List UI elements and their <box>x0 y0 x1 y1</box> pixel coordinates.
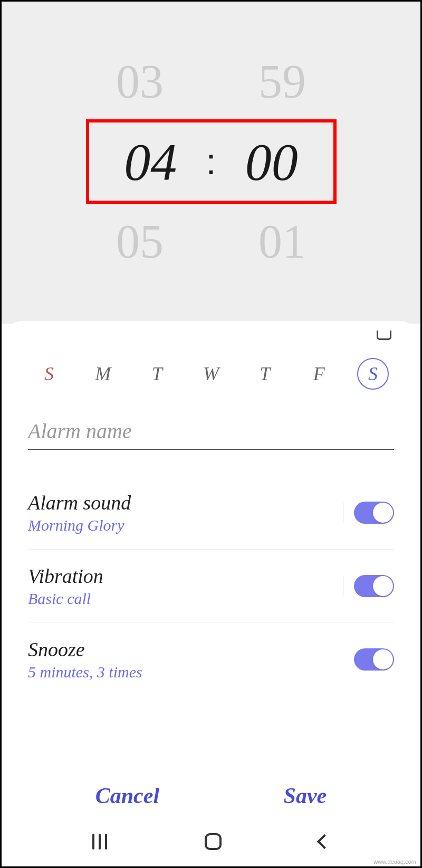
time-selected-highlight: 04 : 00 <box>86 119 337 204</box>
alarm-sound-row[interactable]: Alarm sound Morning Glory <box>28 476 394 550</box>
vibration-text: Vibration Basic call <box>28 564 103 608</box>
selected-minute[interactable]: 00 <box>232 131 311 192</box>
watermark: www.deuaq.com <box>373 858 416 865</box>
next-minute[interactable]: 01 <box>245 214 319 269</box>
day-thursday[interactable]: T <box>249 358 281 390</box>
prev-minute[interactable]: 59 <box>245 54 319 109</box>
time-prev-row[interactable]: 03 59 <box>2 54 420 109</box>
nav-home-icon[interactable] <box>205 833 222 850</box>
next-hour[interactable]: 05 <box>103 214 177 269</box>
navigation-bar <box>2 816 420 866</box>
divider <box>343 575 343 597</box>
vibration-toggle-area <box>343 575 394 597</box>
day-wednesday[interactable]: W <box>195 358 227 390</box>
vibration-row[interactable]: Vibration Basic call <box>28 550 394 623</box>
snooze-value: 5 minutes, 3 times <box>28 663 142 681</box>
nav-recent-icon[interactable] <box>92 834 107 850</box>
snooze-title: Snooze <box>28 638 142 661</box>
panel-handle-icon <box>377 331 391 340</box>
alarm-sound-title: Alarm sound <box>28 491 131 514</box>
cancel-button[interactable]: Cancel <box>95 783 159 808</box>
alarm-sound-value: Morning Glory <box>28 516 131 534</box>
prev-hour[interactable]: 03 <box>103 54 177 109</box>
selected-hour[interactable]: 04 <box>111 131 190 192</box>
alarm-sound-text: Alarm sound Morning Glory <box>28 491 131 534</box>
snooze-toggle[interactable] <box>354 648 394 671</box>
alarm-name-input[interactable] <box>28 416 394 450</box>
alarm-sound-toggle-area <box>343 502 394 524</box>
time-selected[interactable]: 04 : 00 <box>111 131 311 192</box>
day-saturday[interactable]: S <box>357 358 389 390</box>
vibration-title: Vibration <box>28 564 103 588</box>
snooze-row[interactable]: Snooze 5 minutes, 3 times <box>28 623 394 696</box>
save-button[interactable]: Save <box>284 783 327 808</box>
action-buttons: Cancel Save <box>2 783 420 808</box>
snooze-toggle-area <box>354 648 394 671</box>
time-picker: 03 59 04 : 00 05 01 <box>2 2 420 324</box>
day-monday[interactable]: M <box>87 358 119 390</box>
settings-panel: S M T W T F S Alarm sound Morning Glory … <box>2 321 420 696</box>
vibration-toggle[interactable] <box>354 575 394 597</box>
time-next-row[interactable]: 05 01 <box>2 214 420 269</box>
snooze-text: Snooze 5 minutes, 3 times <box>28 638 142 681</box>
time-colon: : <box>206 140 216 183</box>
alarm-sound-toggle[interactable] <box>354 502 394 524</box>
day-tuesday[interactable]: T <box>141 358 173 390</box>
nav-back-icon[interactable] <box>316 834 331 848</box>
divider <box>343 502 343 523</box>
day-friday[interactable]: F <box>303 358 335 390</box>
vibration-value: Basic call <box>28 590 103 608</box>
days-selector: S M T W T F S <box>28 337 394 416</box>
day-sunday[interactable]: S <box>33 358 65 390</box>
